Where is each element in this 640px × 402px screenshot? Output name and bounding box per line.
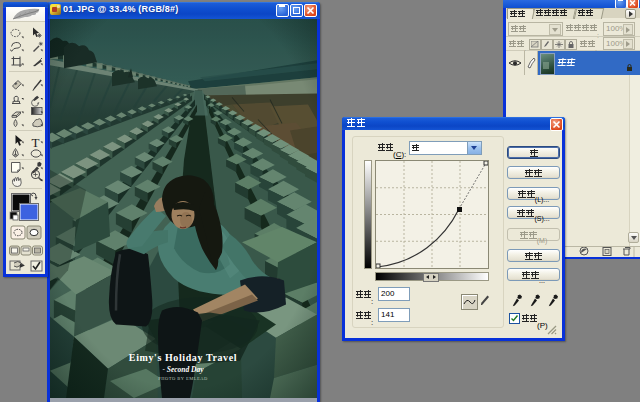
svg-text:PHOTO BY EMLEAD: PHOTO BY EMLEAD [158, 376, 208, 381]
svg-text:- Second Day: - Second Day [162, 365, 204, 374]
svg-text:T: T [32, 135, 40, 150]
svg-text:Eimy's Holiday Travel: Eimy's Holiday Travel [129, 352, 237, 363]
